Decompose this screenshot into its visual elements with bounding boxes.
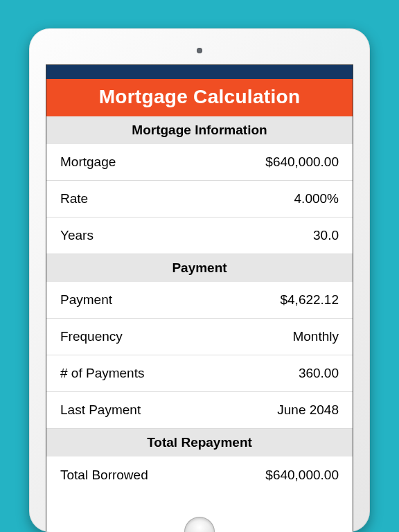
value-num-payments: 360.00 [299,366,339,381]
page-title: Mortgage Calculation [46,79,353,116]
section-header-payment: Payment [46,254,353,282]
label-mortgage: Mortgage [60,154,116,170]
label-total-borrowed: Total Borrowed [60,468,148,483]
tablet-frame: Mortgage Calculation Mortgage Informatio… [29,28,370,532]
label-last-payment: Last Payment [60,402,141,418]
row-last-payment[interactable]: Last Payment June 2048 [46,392,353,429]
value-frequency: Monthly [292,329,339,344]
app-screen: Mortgage Calculation Mortgage Informatio… [46,64,353,532]
section-header-info: Mortgage Information [46,116,353,144]
row-total-borrowed[interactable]: Total Borrowed $640,000.00 [46,456,353,493]
value-mortgage: $640,000.00 [265,154,339,170]
row-rate[interactable]: Rate 4.000% [46,181,353,218]
row-years[interactable]: Years 30.0 [46,218,353,254]
status-bar [46,65,353,79]
label-frequency: Frequency [60,329,123,344]
tablet-camera [197,48,202,53]
label-num-payments: # of Payments [60,366,144,381]
row-num-payments[interactable]: # of Payments 360.00 [46,355,353,392]
label-years: Years [60,228,94,243]
value-total-borrowed: $640,000.00 [265,468,339,483]
row-mortgage[interactable]: Mortgage $640,000.00 [46,144,353,181]
value-payment: $4,622.12 [280,292,339,308]
value-last-payment: June 2048 [277,402,339,418]
label-payment: Payment [60,292,112,308]
row-payment[interactable]: Payment $4,622.12 [46,282,353,319]
label-rate: Rate [60,191,88,206]
value-years: 30.0 [313,228,339,243]
value-rate: 4.000% [294,191,339,206]
section-header-repayment: Total Repayment [46,429,353,456]
row-frequency[interactable]: Frequency Monthly [46,319,353,355]
